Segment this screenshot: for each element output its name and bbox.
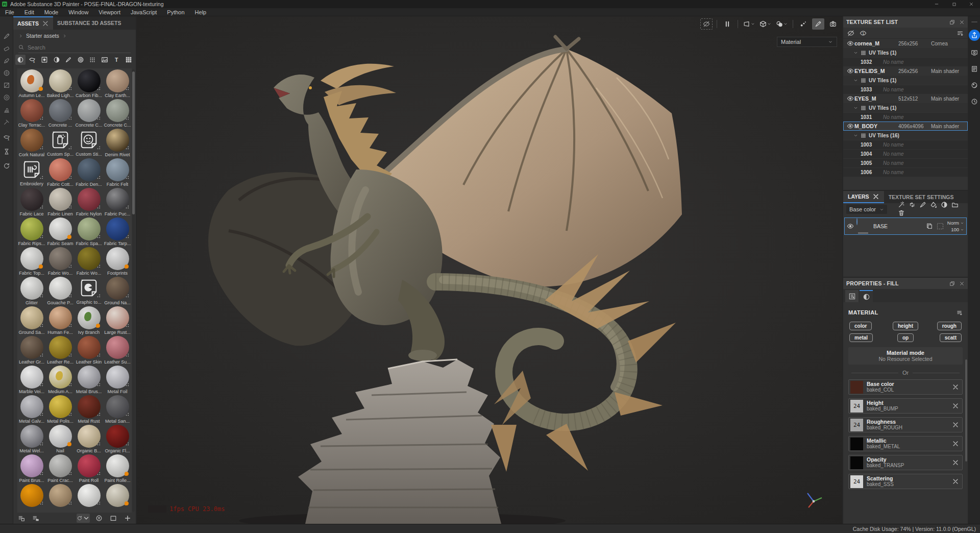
uv-tile-1032[interactable]: 1032No name bbox=[843, 57, 968, 66]
viewport-3d-model-dragon[interactable] bbox=[137, 16, 842, 524]
uv-tiles-group[interactable]: UV Tiles (1) bbox=[843, 48, 968, 57]
blend-mode-dropdown[interactable]: Norm bbox=[947, 220, 964, 226]
asset-clay-terrac[interactable]: Clay Terrac... bbox=[17, 98, 46, 128]
eye-off-button[interactable] bbox=[700, 18, 713, 30]
list-filter-icon[interactable] bbox=[957, 30, 964, 37]
asset-fabric-felt[interactable]: Fabric Felt bbox=[103, 157, 132, 187]
material-view-button[interactable] bbox=[775, 18, 789, 30]
asset-organic-b[interactable]: Organic B... bbox=[75, 424, 103, 453]
eye-icon[interactable] bbox=[846, 95, 854, 102]
tool-clone[interactable] bbox=[2, 93, 12, 102]
menu-edit[interactable]: Edit bbox=[19, 8, 39, 16]
tab-substance-3d-assets[interactable]: SUBSTANCE 3D ASSETS bbox=[53, 16, 125, 30]
asset-leather-gr[interactable]: Leather Gr... bbox=[17, 335, 46, 365]
uv-tiles-group[interactable]: UV Tiles (16) bbox=[843, 131, 968, 140]
solo-view-icon[interactable]: 1 bbox=[860, 30, 867, 37]
breadcrumb[interactable]: Starter assets bbox=[13, 30, 136, 42]
asset-fabric-top[interactable]: Fabric Top... bbox=[17, 246, 46, 276]
shader-mode-dropdown[interactable]: Material bbox=[777, 37, 837, 47]
asset-carbon-fib[interactable]: Carbon Fib... bbox=[75, 68, 103, 98]
asset-metal-wel[interactable]: Metal Wel... bbox=[17, 424, 46, 453]
viewport-3d[interactable]: Material 1fps CPU 23.0ms bbox=[137, 16, 842, 524]
layer-row-base[interactable]: BASE Norm 100 bbox=[844, 217, 967, 235]
asset-fabric-wo[interactable]: Fabric Wo... bbox=[75, 246, 103, 276]
tool-eraser[interactable] bbox=[2, 44, 12, 53]
remove-map-icon[interactable] bbox=[952, 459, 959, 466]
tool-smudge[interactable] bbox=[2, 81, 12, 90]
asset-fabric-seam[interactable]: Fabric Seam bbox=[46, 216, 75, 246]
chip-metal[interactable]: metal bbox=[849, 333, 873, 342]
eye-icon[interactable] bbox=[846, 123, 854, 130]
tab-assets[interactable]: ASSETS bbox=[13, 16, 53, 30]
opacity-dropdown[interactable]: 100 bbox=[951, 227, 964, 232]
asset-asset[interactable] bbox=[46, 483, 75, 513]
remove-map-icon[interactable] bbox=[952, 421, 959, 428]
asset-concrete-c[interactable]: Concrete C... bbox=[75, 98, 103, 128]
asset-metal-san[interactable]: Metal San... bbox=[103, 394, 132, 424]
add-group-icon[interactable] bbox=[951, 201, 959, 208]
tool-projection[interactable] bbox=[2, 56, 12, 65]
asset-ground-na[interactable]: Ground Na... bbox=[103, 276, 132, 305]
asset-organic-fl[interactable]: Organic Fl... bbox=[103, 424, 132, 453]
chip-rough[interactable]: rough bbox=[937, 322, 962, 330]
map-card-base-color[interactable]: Base colorbaked_COL bbox=[848, 379, 963, 395]
uv-tile-1003[interactable]: 1003No name bbox=[843, 140, 968, 149]
asset-fabric-tarp[interactable]: Fabric Tarp... bbox=[103, 216, 132, 246]
remove-map-icon[interactable] bbox=[952, 383, 959, 391]
asset-leather-skin[interactable]: Leather Skin bbox=[75, 335, 103, 365]
maximize-button[interactable] bbox=[945, 0, 963, 8]
uv-tile-1004[interactable]: 1004No name bbox=[843, 149, 968, 158]
asset-fabric-lace[interactable]: Fabric Lace bbox=[17, 187, 46, 216]
layer-copy-icon[interactable] bbox=[926, 223, 933, 230]
camera-projection-button[interactable] bbox=[742, 18, 756, 30]
properties-scrollbar[interactable] bbox=[965, 359, 967, 462]
asset-asset[interactable] bbox=[75, 483, 103, 513]
asset-concrete-c[interactable]: Concrete C... bbox=[103, 98, 132, 128]
navigation-gizmo[interactable] bbox=[802, 489, 825, 512]
asset-denim-rivet[interactable]: Denim Rivet bbox=[103, 128, 132, 157]
chip-height[interactable]: height bbox=[893, 322, 918, 330]
asset-fabric-den[interactable]: Fabric Den... bbox=[75, 157, 103, 187]
asset-metal-galv[interactable]: Metal Galv... bbox=[17, 394, 46, 424]
uv-tile-1005[interactable]: 1005No name bbox=[843, 158, 968, 167]
close-panel-icon[interactable] bbox=[959, 281, 965, 286]
asset-leather-re[interactable]: Leather Re... bbox=[46, 335, 75, 365]
asset-paint-brus[interactable]: Paint Brus... bbox=[17, 453, 46, 483]
filter-textures[interactable] bbox=[100, 55, 110, 65]
eye-icon[interactable] bbox=[846, 67, 854, 75]
sync-button[interactable] bbox=[77, 514, 90, 523]
asset-footprints[interactable]: Footprints bbox=[103, 246, 132, 276]
asset-fabric-puc[interactable]: Fabric Puc... bbox=[103, 187, 132, 216]
renderer-sphere-button[interactable] bbox=[970, 81, 979, 90]
asset-large-rust[interactable]: Large Rust... bbox=[103, 305, 132, 335]
log-button[interactable] bbox=[970, 64, 979, 74]
clear-session-button[interactable] bbox=[94, 514, 104, 523]
asset-metal-rust[interactable]: Metal Rust bbox=[75, 394, 103, 424]
texture-set-EYELIDS_M[interactable]: EYELIDS_M256x256Main shader bbox=[843, 66, 968, 76]
asset-asset[interactable] bbox=[17, 483, 46, 513]
camera-capture-button[interactable] bbox=[827, 18, 839, 30]
tool-paint-brush[interactable] bbox=[2, 32, 12, 41]
asset-fabric-linen[interactable]: Fabric Linen bbox=[46, 187, 75, 216]
asset-fabric-spa[interactable]: Fabric Spa... bbox=[75, 216, 103, 246]
assets-scrollbar[interactable] bbox=[132, 69, 135, 512]
search-input[interactable]: Search bbox=[18, 42, 131, 53]
remove-map-icon[interactable] bbox=[952, 402, 959, 409]
particles-tool-button[interactable] bbox=[797, 18, 810, 30]
channel-dropdown[interactable]: Base color bbox=[846, 205, 887, 214]
layer-thumbnail[interactable] bbox=[856, 219, 871, 234]
map-card-opacity[interactable]: Opacitybaked_TRANSP bbox=[848, 455, 963, 470]
asset-graphic-to[interactable]: Graphic to... bbox=[75, 276, 103, 305]
tab-fill-settings[interactable] bbox=[845, 290, 859, 302]
asset-metal-brus[interactable]: Metal Brus... bbox=[75, 365, 103, 394]
tool-smart-materials[interactable]: 1 bbox=[2, 133, 12, 142]
layer-visibility-eye-icon[interactable] bbox=[847, 223, 854, 230]
pause-engine-button[interactable] bbox=[721, 18, 733, 30]
asset-metal-polis[interactable]: Metal Polis... bbox=[46, 394, 75, 424]
tool-stamp[interactable] bbox=[2, 105, 12, 114]
filter-patterns[interactable] bbox=[88, 55, 98, 65]
asset-paint-roll[interactable]: Paint Roll bbox=[75, 453, 103, 483]
uv-tiles-group[interactable]: UV Tiles (1) bbox=[843, 103, 968, 112]
list-details-button[interactable] bbox=[16, 514, 27, 523]
asset-cork-natural[interactable]: Cork Natural bbox=[17, 128, 46, 157]
